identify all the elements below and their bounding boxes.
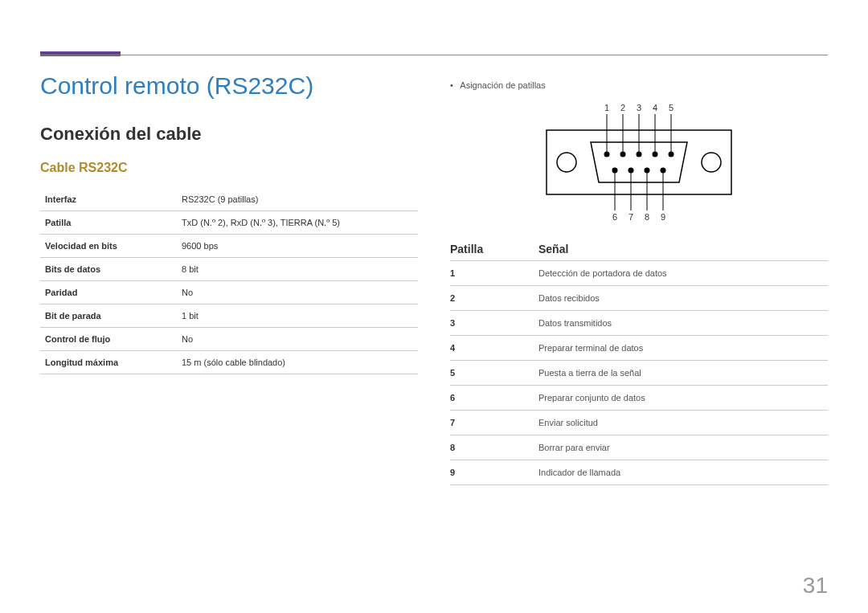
pin-number: 8 bbox=[450, 443, 538, 452]
pin-row: 3Datos transmitidos bbox=[450, 311, 828, 336]
spec-row: InterfazRS232C (9 patillas) bbox=[40, 188, 418, 211]
svg-text:1: 1 bbox=[604, 103, 609, 112]
pin-number: 1 bbox=[450, 268, 538, 278]
spec-value: TxD (N.º 2), RxD (N.º 3), TIERRA (N.º 5) bbox=[177, 211, 418, 235]
page: Control remoto (RS232C) Conexión del cab… bbox=[0, 0, 868, 613]
pin-signal: Indicador de llamada bbox=[538, 468, 828, 477]
pin-signal: Borrar para enviar bbox=[538, 443, 828, 452]
spec-value: 8 bit bbox=[177, 258, 418, 281]
spec-value: RS232C (9 patillas) bbox=[177, 188, 418, 211]
pin-assignment-label: Asignación de patillas bbox=[460, 80, 545, 90]
pin-number: 2 bbox=[450, 293, 538, 303]
spec-label: Velocidad en bits bbox=[40, 235, 177, 258]
db9-connector-diagram: 12345 6789 bbox=[530, 98, 747, 227]
spec-value: No bbox=[177, 328, 418, 351]
spec-label: Patilla bbox=[40, 211, 177, 235]
spec-row: Bits de datos8 bit bbox=[40, 258, 418, 281]
pin-number: 5 bbox=[450, 368, 538, 378]
pin-assignment-bullet: • Asignación de patillas bbox=[450, 80, 828, 90]
spec-label: Longitud máxima bbox=[40, 351, 177, 374]
svg-text:7: 7 bbox=[628, 212, 633, 222]
pin-row: 6Preparar conjunto de datos bbox=[450, 386, 828, 411]
spec-value: 15 m (sólo cable blindado) bbox=[177, 351, 418, 374]
spec-label: Interfaz bbox=[40, 188, 177, 211]
spec-label: Bits de datos bbox=[40, 258, 177, 281]
svg-text:2: 2 bbox=[620, 103, 625, 112]
spec-row: PatillaTxD (N.º 2), RxD (N.º 3), TIERRA … bbox=[40, 211, 418, 235]
pin-number: 7 bbox=[450, 418, 538, 427]
pin-signal: Datos recibidos bbox=[538, 293, 828, 303]
svg-point-12 bbox=[604, 152, 610, 157]
spec-label: Bit de parada bbox=[40, 304, 177, 328]
pin-signal: Preparar conjunto de datos bbox=[538, 393, 828, 403]
pin-row: 4Preparar terminal de datos bbox=[450, 336, 828, 361]
svg-text:3: 3 bbox=[637, 103, 641, 112]
svg-point-14 bbox=[637, 152, 642, 157]
spec-row: Velocidad en bits9600 bps bbox=[40, 235, 418, 258]
svg-text:6: 6 bbox=[612, 212, 617, 222]
pin-header-pin: Patilla bbox=[450, 243, 538, 255]
spec-row: Longitud máxima15 m (sólo cable blindado… bbox=[40, 351, 418, 374]
spec-label: Control de flujo bbox=[40, 328, 177, 351]
bullet-dot-icon: • bbox=[450, 80, 453, 90]
svg-text:9: 9 bbox=[661, 212, 665, 222]
content-columns: Control remoto (RS232C) Conexión del cab… bbox=[40, 72, 828, 485]
spec-value: No bbox=[177, 281, 418, 304]
spec-row: Bit de parada1 bit bbox=[40, 304, 418, 328]
spec-value: 9600 bps bbox=[177, 235, 418, 258]
pin-row: 1Detección de portadora de datos bbox=[450, 261, 828, 286]
pin-signal: Detección de portadora de datos bbox=[538, 268, 828, 278]
pin-number: 3 bbox=[450, 318, 538, 328]
spec-value: 1 bit bbox=[177, 304, 418, 328]
svg-text:5: 5 bbox=[669, 103, 674, 112]
pin-number: 9 bbox=[450, 468, 538, 477]
pin-number: 4 bbox=[450, 343, 538, 353]
pin-row: 2Datos recibidos bbox=[450, 286, 828, 311]
section-title: Conexión del cable bbox=[40, 124, 418, 145]
svg-point-16 bbox=[669, 152, 674, 157]
header-accent-bar bbox=[40, 51, 121, 56]
left-column: Control remoto (RS232C) Conexión del cab… bbox=[40, 72, 418, 485]
pin-signal: Puesta a tierra de la señal bbox=[538, 368, 828, 378]
pin-row: 8Borrar para enviar bbox=[450, 435, 828, 460]
spec-row: Control de flujoNo bbox=[40, 328, 418, 351]
pin-row: 9Indicador de llamada bbox=[450, 460, 828, 485]
pin-row: 7Enviar solicitud bbox=[450, 411, 828, 435]
pin-table-body: 1Detección de portadora de datos2Datos r… bbox=[450, 261, 828, 485]
svg-point-11 bbox=[702, 153, 721, 172]
pin-table-header: Patilla Señal bbox=[450, 238, 828, 261]
pin-row: 5Puesta a tierra de la señal bbox=[450, 361, 828, 386]
spec-table: InterfazRS232C (9 patillas)PatillaTxD (N… bbox=[40, 188, 418, 374]
pin-header-signal: Señal bbox=[538, 243, 828, 255]
pin-number: 6 bbox=[450, 393, 538, 403]
spec-row: ParidadNo bbox=[40, 281, 418, 304]
svg-point-15 bbox=[653, 152, 658, 157]
pin-signal: Datos transmitidos bbox=[538, 318, 828, 328]
spec-label: Paridad bbox=[40, 281, 177, 304]
subsection-title: Cable RS232C bbox=[40, 161, 418, 175]
svg-point-10 bbox=[557, 153, 576, 172]
svg-text:4: 4 bbox=[653, 103, 657, 112]
svg-point-13 bbox=[620, 152, 626, 157]
pin-signal: Preparar terminal de datos bbox=[538, 343, 828, 353]
pin-signal: Enviar solicitud bbox=[538, 418, 828, 427]
page-title: Control remoto (RS232C) bbox=[40, 72, 418, 100]
right-column: • Asignación de patillas 12345 bbox=[450, 72, 828, 485]
page-number: 31 bbox=[803, 573, 828, 599]
svg-text:8: 8 bbox=[645, 212, 649, 222]
header-rule bbox=[40, 55, 828, 55]
